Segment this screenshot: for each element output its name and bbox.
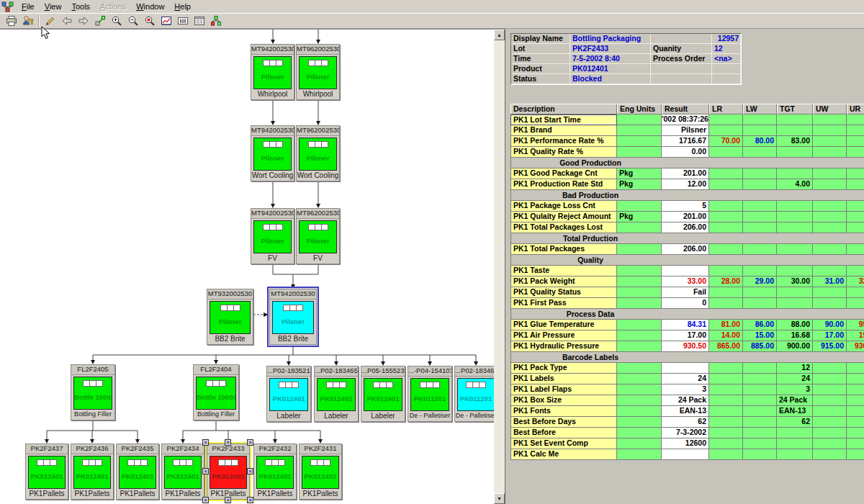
lot-node-pk2f2432[interactable]: PK2F2432PK012401PK1Pallets — [253, 444, 297, 500]
cell-res[interactable] — [662, 266, 709, 276]
cell-res[interactable]: 5 — [662, 201, 709, 212]
cell-res[interactable]: Pilsner — [662, 125, 709, 136]
lot-node-pk2f2431[interactable]: PK2F2431PK012401PK1Pallets — [299, 444, 342, 500]
cell-lim[interactable] — [743, 125, 777, 136]
cell-desc[interactable]: PK1 Production Rate Std — [510, 179, 617, 190]
selection-handle[interactable]: × — [247, 468, 253, 474]
cell-desc[interactable]: PK1 Good Package Cnt — [510, 168, 617, 179]
cell-eng[interactable] — [617, 114, 662, 125]
cell-desc[interactable]: PK1 Pack Weight — [510, 276, 617, 287]
cell-res[interactable]: Fail — [662, 287, 709, 298]
cell-lim[interactable]: 19.00 — [847, 330, 864, 341]
lot-node-mt962002530[interactable]: MT962002530PilsnerWort Cooling — [296, 125, 340, 181]
cell-lim[interactable] — [743, 222, 777, 233]
zoom-out-icon[interactable] — [125, 14, 141, 28]
cell-lim[interactable] — [813, 266, 847, 276]
cell-res[interactable]: 12.00 — [662, 179, 709, 190]
cell-tgt[interactable]: 24 Pack — [777, 395, 813, 406]
cell-lim[interactable] — [847, 384, 864, 395]
selection-handle[interactable]: × — [247, 439, 253, 446]
grid-view-icon[interactable] — [191, 14, 207, 28]
cell-desc[interactable]: PK1 Set Event Comp — [510, 438, 617, 449]
cell-lim[interactable]: 15.00 — [743, 330, 777, 341]
cell-eng[interactable] — [617, 395, 662, 406]
lot-node-fl2f2404[interactable]: FL2F2404Bottle 10003Bottling Filler — [193, 364, 239, 420]
cell-eng[interactable] — [617, 438, 662, 449]
cell-lim[interactable]: 885.00 — [743, 341, 777, 352]
cell-res[interactable]: 62 — [662, 417, 709, 428]
selection-handle[interactable]: × — [202, 439, 209, 446]
cell-res[interactable]: 206.00 — [662, 244, 709, 255]
cell-eng[interactable] — [617, 201, 662, 212]
cell-lim[interactable] — [813, 125, 847, 136]
cell-eng[interactable] — [617, 406, 662, 417]
user-permissions-icon[interactable] — [19, 14, 36, 28]
lot-node-mt962002530[interactable]: MT962002530PilsnerFV — [296, 208, 340, 264]
cell-lim[interactable] — [743, 449, 777, 460]
cell-lim[interactable] — [813, 201, 847, 212]
cell-lim[interactable] — [847, 212, 864, 222]
lot-node-p051555232[interactable]: ...P05-1555232PK012401Labeler — [361, 366, 405, 422]
cell-desc[interactable]: PK1 Quality Status — [510, 287, 617, 298]
cell-tgt[interactable]: 88.00 — [777, 320, 813, 330]
selection-handle[interactable]: × — [202, 497, 209, 503]
cell-lim[interactable] — [847, 298, 864, 309]
cell-lim[interactable] — [847, 179, 864, 190]
cell-lim[interactable] — [847, 266, 864, 276]
cell-desc[interactable]: PK1 Fonts — [510, 406, 617, 417]
cell-desc[interactable]: PK1 Pack Type — [510, 363, 617, 374]
cell-res[interactable]: 201.00 — [662, 212, 709, 222]
cell-lim[interactable]: 90.00 — [813, 320, 847, 330]
cell-desc[interactable]: PK1 Performance Rate % — [510, 136, 617, 147]
selection-handle[interactable]: × — [247, 497, 253, 503]
cell-desc[interactable]: PK1 Lot Start Time — [510, 114, 617, 125]
menu-tools[interactable]: Tools — [66, 1, 95, 12]
cell-res[interactable] — [662, 449, 709, 460]
cell-desc[interactable]: PK1 Package Loss Cnt — [510, 201, 617, 212]
cell-lim[interactable] — [743, 287, 777, 298]
cell-lim[interactable] — [813, 222, 847, 233]
cell-res[interactable]: 24 — [662, 374, 709, 384]
lot-node-pk2f2436[interactable]: PK2F2436PK012401PK1Pallets — [71, 444, 114, 500]
back-arrow-icon[interactable] — [58, 14, 75, 28]
cell-lim[interactable] — [847, 395, 864, 406]
cell-eng[interactable] — [617, 341, 662, 352]
selection-handle[interactable]: × — [202, 468, 209, 474]
print-icon[interactable] — [3, 14, 19, 28]
cell-res[interactable]: 84.31 — [662, 320, 709, 330]
cell-tgt[interactable]: 30.00 — [777, 276, 813, 287]
cell-lim[interactable] — [709, 266, 743, 276]
cell-lim[interactable] — [847, 222, 864, 233]
cell-res[interactable]: EAN-13 — [662, 406, 709, 417]
cell-lim[interactable] — [813, 374, 847, 384]
cell-lim[interactable] — [847, 287, 864, 298]
cell-eng[interactable] — [617, 374, 662, 384]
cell-lim[interactable] — [813, 298, 847, 309]
cell-eng[interactable]: Pkg — [617, 212, 662, 222]
cell-lim[interactable] — [743, 417, 777, 428]
cell-res[interactable]: '002 08:37:26 — [662, 114, 709, 125]
cell-eng[interactable] — [617, 384, 662, 395]
cell-lim[interactable] — [813, 384, 847, 395]
cell-lim[interactable] — [743, 374, 777, 384]
cell-desc[interactable]: PK1 Label Flaps — [510, 384, 617, 395]
cell-lim[interactable] — [813, 417, 847, 428]
cell-lim[interactable]: 95.00 — [847, 320, 864, 330]
cell-tgt[interactable] — [777, 212, 813, 222]
cell-res[interactable]: 201.00 — [662, 168, 709, 179]
cell-lim[interactable]: 29.00 — [743, 276, 777, 287]
cell-res[interactable]: 12600 — [662, 438, 709, 449]
cell-lim[interactable] — [743, 384, 777, 395]
cell-lim[interactable] — [847, 417, 864, 428]
cell-tgt[interactable] — [777, 114, 813, 125]
cell-desc[interactable]: PK1 Air Pressure — [510, 330, 617, 341]
genealogy-tree-icon[interactable] — [207, 14, 224, 28]
cell-desc[interactable]: PK1 Qulaity Reject Amount — [510, 212, 617, 222]
cell-lim[interactable] — [813, 244, 847, 255]
cell-lim[interactable] — [743, 212, 777, 222]
cell-res[interactable]: 206.00 — [662, 222, 709, 233]
cell-lim[interactable] — [847, 363, 864, 374]
cell-tgt[interactable] — [777, 125, 813, 136]
cell-eng[interactable] — [617, 298, 662, 309]
cell-res[interactable]: 33.00 — [662, 276, 709, 287]
